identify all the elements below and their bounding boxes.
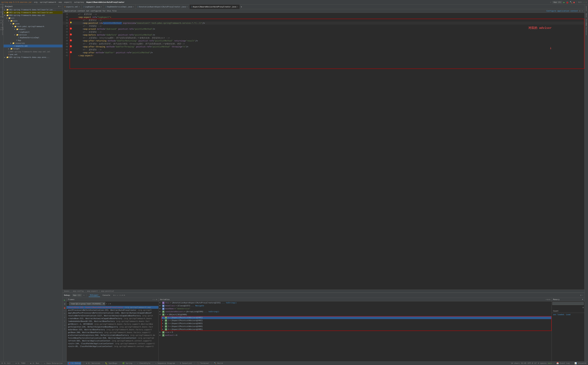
var-tostring-this[interactable]: ... toString()	[221, 302, 237, 304]
debug-stepinto[interactable]: ↓	[63, 316, 66, 319]
tree-item-main[interactable]: ▼ 📁 main	[4, 20, 63, 22]
frame-item-11[interactable]: finishBeanFactoryInitialization:918, Abs…	[67, 337, 158, 339]
debug-resume-btn[interactable]: ▶	[63, 298, 66, 302]
right-icon-bean[interactable]: Bean Validation	[585, 26, 588, 32]
sidebar-icon-4[interactable]: 4: DB	[0, 16, 3, 19]
debug-layout-icon[interactable]: ⊞	[113, 294, 115, 296]
tab-close-aspect-aware[interactable]: ×	[237, 6, 238, 8]
debug-frames-icon[interactable]: ≡	[122, 294, 123, 296]
tree-item-target[interactable]: ▶ 📁 target	[4, 47, 63, 50]
git-check[interactable]: ✓	[584, 1, 585, 3]
sidebar-icon-6[interactable]: 6: Camera	[0, 23, 3, 27]
git-arrow[interactable]: ↑	[586, 1, 587, 3]
tree-item-002[interactable]: ▶ 📁 002-spring-framework-demo-helloworld…	[4, 8, 63, 11]
frame-item-4[interactable]: createBean:513, AbstractAutowireCapableB…	[67, 317, 158, 320]
tab-annotation[interactable]: J AnnotationAwareAspectJAutoProxyCreator…	[136, 5, 189, 9]
var-item-2[interactable]: ▶ f 2 = {AspectJPointcutAdvisor@2403}	[161, 322, 552, 325]
debug-tab-console[interactable]: Console	[101, 294, 111, 297]
var-item-0[interactable]: ▶ f 0 = {AspectJPointcutAdvisor@2401}	[161, 316, 552, 319]
tab-aspect-aware[interactable]: J AspectJAwareAdvisorAutoProxyCreator.ja…	[189, 5, 240, 9]
status-eventlog[interactable]: 📅 Event Log	[557, 362, 570, 364]
debug-stepout[interactable]: ↑	[63, 320, 66, 323]
debug-minimize[interactable]: −	[582, 294, 583, 296]
debug-tab-close[interactable]: ×	[83, 294, 85, 296]
frame-item-6[interactable]: getObject:-1, 497208183 (org.springframe…	[67, 323, 158, 325]
debug-eval[interactable]: ⚡	[63, 327, 66, 331]
frame-item-13[interactable]: <init>:144, ClassPathXmlApplicationConte…	[67, 342, 158, 345]
frame-item-9[interactable]: getBean:208, AbstractBeanFactory (org.sp…	[67, 331, 158, 334]
tree-item-service[interactable]: ▼ 📁 service	[4, 34, 63, 36]
tree-item-003[interactable]: ▶ 📁 003-spring-framework-demo-helloworld…	[4, 11, 63, 14]
debug-stepover[interactable]: ↷	[63, 312, 66, 315]
tab-close-annotation[interactable]: ×	[187, 6, 188, 8]
build-icon[interactable]: 🔨	[570, 1, 572, 4]
tree-item-serviceimpl[interactable]: C AopDemoServiceImpl	[4, 36, 63, 39]
tab-aspects-xml[interactable]: X aspects.xml ×	[63, 5, 82, 9]
tree-item-004[interactable]: ▼ 📁 004-spring-framework-demo-aop-xml	[4, 14, 63, 17]
load-more[interactable]: ses loaded. Load	[553, 314, 570, 316]
tab-serviceimpl[interactable]: J AopDemoServiceImpl.java ×	[104, 5, 136, 9]
var-beanname[interactable]: ▶ p beanName = "demoService"	[159, 307, 552, 310]
frame-item-7[interactable]: getSingleton:234, DefaultSingletonBeanRe…	[67, 325, 158, 328]
frame-item-2[interactable]: applyBeanPostProcessorsBeforeInstantiati…	[67, 312, 158, 314]
right-icon-jassist[interactable]: jassist	[585, 5, 588, 12]
debug-watch-icon[interactable]: ≡	[124, 294, 125, 296]
project-close-icon[interactable]: −	[60, 5, 61, 7]
frame-item-14[interactable]: <init>:85, ClassPathXmlApplicationContex…	[67, 345, 158, 348]
status-visualgc[interactable]: 📊 VisualGC	[574, 362, 587, 364]
tab-close-aspects[interactable]: ×	[79, 6, 80, 8]
status-spotbugs[interactable]: 🐛 SpotBugs	[105, 362, 117, 364]
status-git[interactable]: ⑨ 9: Git	[1, 362, 10, 364]
thread-selector[interactable]: "main"@1 in group "main": RUNNING	[69, 302, 105, 305]
tab-logaspect[interactable]: J LogAspect.java ×	[82, 5, 104, 9]
var-navigate[interactable]: ... Navigate	[191, 305, 204, 307]
status-todo[interactable]: ≡ 6: TODO	[16, 362, 25, 364]
tree-item-aspects-xml[interactable]: X aspects.xml	[4, 45, 63, 47]
var-modcount[interactable]: ▶ f modCount = 6	[159, 334, 552, 337]
status-java[interactable]: ☕ Java Enterprise	[44, 362, 63, 364]
var-expand-icon[interactable]: ⊞	[547, 298, 549, 301]
project-settings-icon[interactable]: ⚙	[58, 5, 59, 7]
var-item-3[interactable]: ▶ f 3 = {AspectJPointcutAdvisor@2404}	[161, 325, 552, 328]
status-terminal[interactable]: ⬛ Terminal	[197, 362, 209, 364]
sidebar-icon-8[interactable]: 8: Persist	[0, 30, 3, 34]
frame-item-3[interactable]: resolveBeforeInstantiation:1117, Abstrac…	[67, 314, 158, 317]
frames-filter-icon[interactable]: ≡	[156, 298, 157, 301]
var-add-icon[interactable]: +	[546, 298, 547, 301]
tree-item-aspect[interactable]: ▼ 📁 aspect	[4, 28, 63, 31]
debug-up-icon[interactable]: ↑	[119, 294, 120, 296]
tree-item-005[interactable]: ▶ 📁 005-spring-framework-demo-aop-anno..…	[4, 56, 63, 59]
frame-item-5[interactable]: lambda$doGetBean$0:335, AbstractBeanFact…	[67, 320, 158, 323]
frame-item-12[interactable]: refresh:583, AbstractApplicationContext …	[67, 339, 158, 342]
stop-icon[interactable]: ■	[573, 1, 575, 4]
debug-down-icon[interactable]: ↓	[117, 294, 118, 296]
tree-item-java[interactable]: ▼ 📁 java	[4, 22, 63, 25]
frame-item-0[interactable]: shouldSkip:102, AspectJAwareAdvisorAutoP…	[67, 306, 158, 309]
tree-item-resources[interactable]: ▼ 📁 resources	[4, 42, 63, 45]
status-build[interactable]: 🔨 Build	[214, 362, 223, 364]
tab-more[interactable]: ▼	[240, 5, 243, 9]
debug-button[interactable]: 🐞	[566, 1, 569, 4]
debug-app-badge[interactable]: App (1)	[72, 294, 82, 297]
tree-item-src[interactable]: ▼ 📁 src	[4, 17, 63, 20]
debug-tab-debugger[interactable]: Debugger	[89, 294, 100, 297]
var-tostring-candidate[interactable]: ... toString()	[204, 310, 219, 313]
thread-up-icon[interactable]: ↑	[106, 302, 107, 305]
var-beanclass[interactable]: ▶ p beanClass = {Class@2157} ... Navigat…	[159, 304, 552, 307]
tree-item-app[interactable]: C App	[4, 39, 63, 42]
status-spring[interactable]: 🌿 Spring	[122, 362, 132, 364]
status-sonar[interactable]: S SonarLint	[180, 362, 192, 364]
tree-item-iml[interactable]: □ 004-spring-framework-demo-aop-xml.iml	[4, 50, 63, 53]
status-services[interactable]: ⚙ 8: Services	[86, 362, 100, 364]
tree-item-package[interactable]: ▼ 📁 tech.pdai.springframework	[4, 25, 63, 28]
var-elementdata[interactable]: ▼ f f = {Object[10]@2400}	[159, 313, 552, 316]
tree-item-logaspect[interactable]: C LogAspect	[4, 31, 63, 34]
memory-settings-icon[interactable]: ⚙	[583, 306, 584, 309]
run-selector[interactable]: App (1)	[552, 1, 562, 4]
memory-dropdown[interactable]: ▼	[582, 298, 583, 301]
memory-search-input[interactable]	[552, 302, 584, 305]
var-item-1[interactable]: ▶ f 1 = {AspectJPointcutAdvisor@2402}	[161, 319, 552, 322]
status-checkstyle[interactable]: ✓ CheckStyle	[137, 362, 150, 364]
configure-link[interactable]: Configure application context	[546, 10, 578, 12]
settings-gear[interactable]: ⚙	[579, 10, 581, 12]
